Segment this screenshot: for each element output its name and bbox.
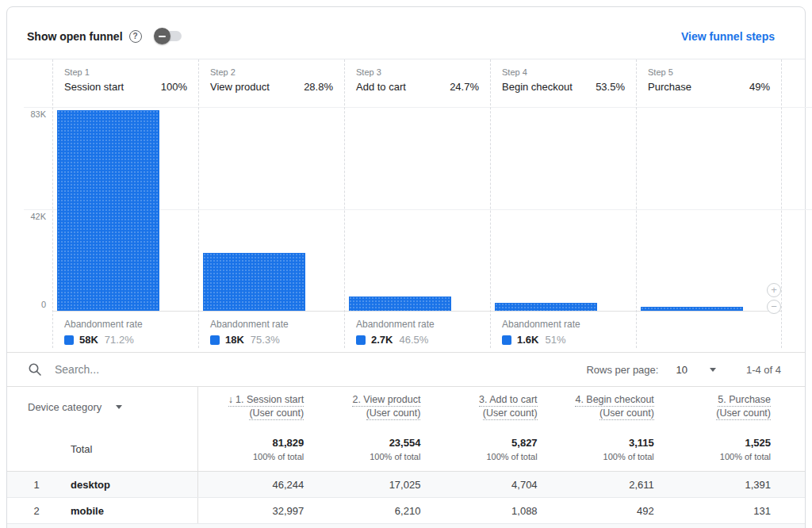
total-cell: 3,115 100% of total: [549, 427, 665, 471]
step-name: Purchase: [648, 81, 691, 93]
abandonment-rate: 46.5%: [399, 334, 428, 346]
cell-value: 2,611: [549, 472, 665, 497]
row-dimension-value: mobile: [66, 505, 104, 517]
funnel-bar: [641, 307, 743, 311]
cell-value: 1,391: [665, 472, 782, 497]
step-number: Step 4: [502, 67, 625, 77]
table-row-mobile[interactable]: 2 mobile 32,997 6,210 1,088 492 131: [7, 498, 805, 524]
abandonment-rate: 51%: [545, 334, 565, 346]
help-icon[interactable]: ?: [129, 30, 142, 43]
cell-value: 6,210: [315, 498, 431, 523]
table-row-partial: [7, 524, 805, 528]
table-total-row: Total 81,829 100% of total 23,554 100% o…: [7, 427, 805, 472]
open-funnel-label: Show open funnel: [27, 30, 123, 43]
step-number: Step 1: [64, 67, 187, 77]
abandonment-label: Abandonment rate: [502, 319, 628, 330]
abandonment-block: Abandonment rate 1.6K 51%: [502, 319, 628, 346]
funnel-card: Show open funnel ? View funnel steps 83K…: [6, 6, 806, 528]
abandonment-block: Abandonment rate 58K 71.2%: [64, 319, 190, 346]
y-tick-0: 0: [17, 300, 46, 309]
column-header-add-to-cart[interactable]: 3. Add to cart (User count): [431, 387, 548, 427]
column-header-begin-checkout[interactable]: 4. Begin checkout (User count): [549, 387, 665, 427]
step-name: Session start: [64, 81, 124, 93]
column-header-session-start[interactable]: ↓1. Session start (User count): [198, 387, 315, 427]
cell-value: 32,997: [198, 498, 315, 523]
total-cell: 1,525 100% of total: [665, 427, 782, 471]
step-completion-rate: 49%: [749, 81, 770, 93]
abandonment-block: Abandonment rate 18K 75.3%: [210, 319, 336, 346]
zoom-out-icon[interactable]: −: [767, 300, 781, 314]
funnel-bar: [57, 110, 159, 311]
funnel-step-column: Step 2 View product 28.8% Abandonment ra…: [198, 59, 344, 348]
chart-topbar: Show open funnel ? View funnel steps: [7, 7, 805, 59]
search-input[interactable]: [55, 363, 586, 376]
abandonment-rate: 75.3%: [251, 334, 280, 346]
funnel-step-column: Step 3 Add to cart 24.7% Abandonment rat…: [344, 59, 490, 348]
chevron-down-icon: [116, 405, 122, 409]
step-number: Step 3: [356, 67, 479, 77]
zoom-in-icon[interactable]: +: [767, 283, 781, 297]
funnel-bar: [349, 297, 451, 311]
table-header-row: Device category ↓1. Session start (User …: [7, 387, 805, 427]
abandonment-rate: 71.2%: [105, 334, 134, 346]
funnel-step-column: Step 1 Session start 100% Abandonment ra…: [52, 59, 198, 348]
table-toolbar: Rows per page: 10 1-4 of 4: [7, 352, 805, 387]
abandonment-value: 58K: [79, 334, 98, 346]
rows-per-page-label: Rows per page:: [586, 364, 658, 376]
cell-value: 131: [665, 498, 782, 523]
step-number: Step 5: [648, 67, 770, 77]
funnel-step-column: Step 5 Purchase 49%: [636, 59, 782, 348]
chart-zoom-controls: + −: [767, 283, 781, 314]
step-completion-rate: 53.5%: [596, 81, 625, 93]
column-header-purchase[interactable]: 5. Purchase (User count): [665, 387, 782, 427]
sort-descending-icon: ↓: [228, 394, 233, 405]
table-row-desktop[interactable]: 1 desktop 46,244 17,025 4,704 2,611 1,39…: [7, 472, 805, 498]
abandonment-value: 1.6K: [517, 334, 538, 346]
abandonment-value: 18K: [225, 334, 244, 346]
toggle-knob-icon: [154, 28, 170, 44]
step-name: Add to cart: [356, 81, 406, 93]
total-label: Total: [7, 443, 92, 455]
abandonment-label: Abandonment rate: [64, 319, 190, 330]
abandonment-label: Abandonment rate: [356, 319, 482, 330]
funnel-chart: 83K 42K 0 Step 1 Session start 100% Aban…: [7, 59, 805, 347]
cell-value: 17,025: [315, 472, 431, 497]
step-completion-rate: 28.8%: [304, 81, 333, 93]
step-completion-rate: 100%: [161, 81, 187, 93]
legend-square-icon: [502, 335, 511, 345]
row-dimension-value: desktop: [66, 479, 110, 491]
device-category-header[interactable]: Device category: [7, 387, 197, 427]
total-cell: 5,827 100% of total: [431, 427, 548, 471]
cell-value: 4,704: [431, 472, 548, 497]
abandonment-block: Abandonment rate 2.7K 46.5%: [356, 319, 482, 346]
y-tick-83k: 83K: [17, 109, 46, 119]
funnel-bar: [203, 253, 305, 311]
legend-square-icon: [64, 335, 74, 345]
legend-square-icon: [356, 335, 366, 345]
row-index: 2: [7, 505, 66, 517]
breakdown-table: Rows per page: 10 1-4 of 4 Device catego…: [7, 352, 805, 528]
cell-value: 1,088: [431, 498, 548, 523]
step-number: Step 2: [210, 67, 333, 77]
total-cell: 81,829 100% of total: [198, 427, 315, 471]
legend-square-icon: [210, 335, 220, 345]
open-funnel-toggle[interactable]: [156, 31, 182, 41]
step-name: Begin checkout: [502, 81, 573, 93]
cell-value: 492: [549, 498, 665, 523]
view-funnel-steps-link[interactable]: View funnel steps: [681, 30, 775, 43]
search-icon: [28, 362, 42, 377]
step-completion-rate: 24.7%: [450, 81, 479, 93]
column-header-view-product[interactable]: 2. View product (User count): [315, 387, 431, 427]
cell-value: 46,244: [198, 472, 315, 497]
y-tick-42k: 42K: [17, 212, 46, 221]
funnel-step-column: Step 4 Begin checkout 53.5% Abandonment …: [490, 59, 636, 348]
abandonment-label: Abandonment rate: [210, 319, 336, 330]
row-index: 1: [7, 479, 66, 491]
step-name: View product: [210, 81, 270, 93]
chevron-down-icon[interactable]: [710, 368, 716, 372]
abandonment-value: 2.7K: [371, 334, 393, 346]
pagination-status: 1-4 of 4: [746, 364, 781, 376]
total-cell: 23,554 100% of total: [315, 427, 431, 471]
funnel-exploration-page: Show open funnel ? View funnel steps 83K…: [0, 0, 812, 528]
rows-per-page-value[interactable]: 10: [676, 364, 687, 376]
